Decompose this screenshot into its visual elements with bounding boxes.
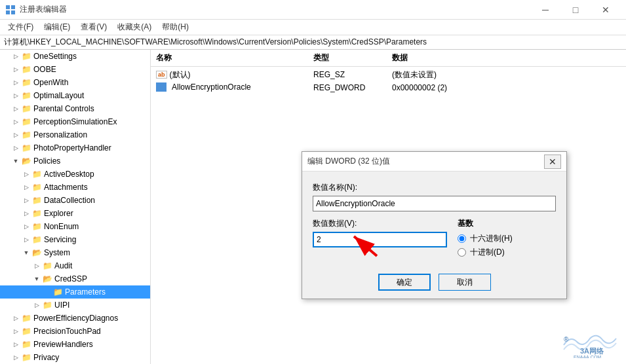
- expand-icon[interactable]: ▷: [21, 195, 31, 206]
- tree-item-credSSP[interactable]: ▼ 📂 CredSSP: [0, 272, 150, 285]
- title-bar: 注册表编辑器 ─ □ ✕: [0, 0, 626, 20]
- tree-label: Personalization: [33, 130, 87, 139]
- folder-icon: 📁: [21, 104, 31, 113]
- decimal-radio[interactable]: [458, 248, 466, 257]
- svg-rect-1: [11, 5, 15, 9]
- base-section: 基数 十六进制(H) 十进制(D): [458, 218, 556, 261]
- menu-help[interactable]: 帮助(H): [157, 20, 194, 35]
- svg-rect-0: [6, 5, 10, 9]
- folder-icon: 📁: [31, 170, 42, 179]
- tree-label: PowerEfficiencyDiagnos: [33, 314, 118, 323]
- tree-item-activeDesktop[interactable]: ▷ 📁 ActiveDesktop: [0, 168, 150, 181]
- tree-item-openWith[interactable]: ▷ 📁 OpenWith: [0, 76, 150, 89]
- svg-text:ENAAA.COM: ENAAA.COM: [574, 355, 601, 358]
- tree-item-privacy[interactable]: ▷ 📁 Privacy: [0, 351, 150, 364]
- menu-edit[interactable]: 编辑(E): [39, 20, 75, 35]
- tree-item-audit[interactable]: ▷ 📁 Audit: [0, 259, 150, 272]
- folder-icon: 📁: [21, 314, 31, 323]
- tree-item-oneSettings[interactable]: ▷ 📁 OneSettings: [0, 50, 150, 63]
- svg-text:3A网络: 3A网络: [580, 347, 604, 355]
- tree-item-optimalLayout[interactable]: ▷ 📁 OptimalLayout: [0, 89, 150, 102]
- dialog-footer: 确定 取消: [302, 268, 566, 299]
- expand-icon[interactable]: ▷: [21, 169, 31, 179]
- tree-item-parentalControls[interactable]: ▷ 📁 Parental Controls: [0, 102, 150, 115]
- expand-icon[interactable]: ▼: [31, 274, 42, 284]
- tree-item-personalization[interactable]: ▷ 📁 Personalization: [0, 128, 150, 141]
- tree-item-nonEnum[interactable]: ▷ 📁 NonEnum: [0, 220, 150, 233]
- folder-icon: 📁: [31, 235, 42, 244]
- expand-icon[interactable]: ▷: [21, 234, 31, 245]
- ok-button[interactable]: 确定: [378, 274, 431, 291]
- tree-item-photoProperty[interactable]: ▷ 📁 PhotoPropertyHandler: [0, 141, 150, 155]
- data-input[interactable]: [313, 232, 447, 247]
- expand-icon[interactable]: ▷: [21, 208, 31, 219]
- hex-label[interactable]: 十六进制(H): [470, 233, 513, 244]
- tree-item-perceptionSim[interactable]: ▷ 📁 PerceptionSimulationEx: [0, 115, 150, 128]
- close-button[interactable]: ✕: [591, 0, 621, 20]
- minimize-button[interactable]: ─: [530, 0, 560, 20]
- tree-label: ActiveDesktop: [44, 170, 94, 179]
- expand-icon[interactable]: ▷: [10, 64, 21, 75]
- expand-icon[interactable]: ▷: [10, 90, 21, 101]
- expand-icon[interactable]: ▷: [10, 117, 21, 127]
- folder-icon: 📂: [31, 248, 42, 257]
- svg-text:®: ®: [564, 336, 569, 343]
- menu-view[interactable]: 查看(V): [75, 20, 112, 35]
- expand-icon[interactable]: ▷: [10, 326, 21, 337]
- tree-item-system[interactable]: ▼ 📂 System: [0, 246, 150, 259]
- name-input[interactable]: [313, 196, 556, 211]
- expand-icon[interactable]: ▷: [10, 313, 21, 323]
- tree-item-parameters[interactable]: 📁 Parameters: [0, 285, 150, 299]
- expand-icon[interactable]: ▷: [10, 339, 21, 350]
- tree-label: Servicing: [44, 235, 76, 244]
- tree-item-oobe[interactable]: ▷ 📁 OOBE: [0, 63, 150, 76]
- expand-icon[interactable]: ▷: [31, 261, 42, 271]
- tree-label: PrecisionTouchPad: [33, 327, 101, 336]
- tree-item-powerEfficiency[interactable]: ▷ 📁 PowerEfficiencyDiagnos: [0, 312, 150, 325]
- dialog-close-button[interactable]: ✕: [544, 155, 561, 169]
- address-path: 计算机\HKEY_LOCAL_MACHINE\SOFTWARE\Microsof…: [4, 37, 427, 48]
- dialog-data-row: 数值数据(V): 基数 十六进制(H) 十进制(D): [313, 218, 556, 261]
- registry-values-panel: 名称 类型 数据 ab (默认) REG_SZ (数值未设置): [151, 50, 626, 364]
- tree-item-attachments[interactable]: ▷ 📁 Attachments: [0, 181, 150, 194]
- folder-icon: 📁: [21, 143, 31, 153]
- tree-label: NonEnum: [44, 222, 79, 231]
- menu-favorites[interactable]: 收藏夹(A): [112, 20, 157, 35]
- cancel-button[interactable]: 取消: [439, 274, 491, 291]
- tree-label: Policies: [33, 156, 60, 166]
- expand-icon[interactable]: ▼: [10, 156, 21, 166]
- expand-icon[interactable]: ▷: [21, 182, 31, 192]
- expand-icon[interactable]: ▷: [10, 352, 21, 363]
- maximize-button[interactable]: □: [560, 0, 591, 20]
- decimal-label[interactable]: 十进制(D): [470, 247, 505, 258]
- folder-icon: 📁: [31, 209, 42, 218]
- menu-bar: 文件(F) 编辑(E) 查看(V) 收藏夹(A) 帮助(H): [0, 20, 626, 35]
- expand-icon[interactable]: ▷: [10, 143, 21, 153]
- folder-icon: 📂: [42, 274, 52, 283]
- registry-tree[interactable]: ▷ 📁 OneSettings ▷ 📁 OOBE ▷ 📁 OpenWith ▷ …: [0, 50, 151, 364]
- expand-icon[interactable]: ▷: [21, 221, 31, 232]
- folder-icon: 📂: [21, 156, 31, 166]
- tree-item-dataCollection[interactable]: ▷ 📁 DataCollection: [0, 194, 150, 207]
- expand-icon[interactable]: ▷: [10, 103, 21, 114]
- tree-item-precisionTouchPad[interactable]: ▷ 📁 PrecisionTouchPad: [0, 325, 150, 338]
- tree-item-previewHandlers[interactable]: ▷ 📁 PreviewHandlers: [0, 338, 150, 351]
- menu-file[interactable]: 文件(F): [3, 20, 39, 35]
- tree-label: OneSettings: [33, 52, 77, 61]
- tree-item-explorer[interactable]: ▷ 📁 Explorer: [0, 207, 150, 220]
- expand-icon[interactable]: ▷: [10, 77, 21, 88]
- expand-icon[interactable]: ▷: [10, 130, 21, 140]
- expand-icon[interactable]: ▼: [21, 247, 31, 258]
- hex-radio[interactable]: [458, 234, 466, 243]
- tree-label: DataCollection: [44, 196, 95, 205]
- expand-icon[interactable]: ▷: [31, 300, 42, 310]
- expand-icon[interactable]: [42, 287, 52, 297]
- tree-label: Explorer: [44, 209, 73, 218]
- radio-hex: 十六进制(H): [458, 233, 556, 244]
- base-label: 基数: [458, 218, 556, 229]
- tree-item-policies[interactable]: ▼ 📂 Policies: [0, 155, 150, 168]
- tree-item-uipi[interactable]: ▷ 📁 UIPI: [0, 299, 150, 312]
- expand-icon[interactable]: ▷: [10, 51, 21, 62]
- tree-item-servicing[interactable]: ▷ 📁 Servicing: [0, 233, 150, 246]
- app-icon: [5, 5, 16, 15]
